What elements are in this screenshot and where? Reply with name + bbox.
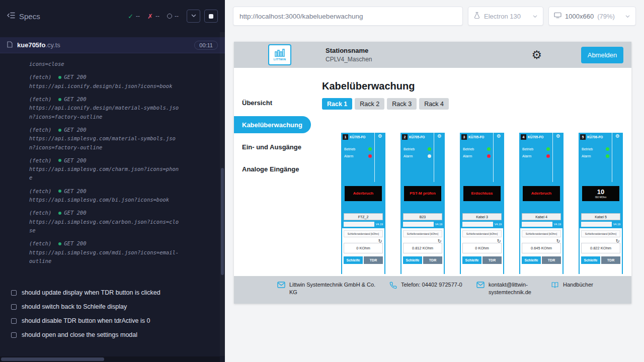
viewport-zoom: (79%): [597, 13, 615, 20]
reporter-controls: [187, 10, 218, 23]
log-entry[interactable]: (fetch)GET 200 https://api.simplesvg.com…: [29, 209, 181, 235]
schleife-button[interactable]: Schleife: [403, 256, 422, 264]
card-gear-icon[interactable]: ⚙: [556, 134, 560, 182]
book-icon: [551, 282, 559, 289]
check-icon: ✓: [128, 13, 133, 20]
request-url: https://api.simplesvg.com/charm.json?ico…: [29, 165, 181, 183]
cypress-reporter: Specs ✓-- ✗-- -- kue705fo.cy.ts 00:11 ic…: [0, 0, 225, 362]
resistance-label: Schleifenwiderstand [kOhm]: [344, 230, 383, 237]
card-gear-icon[interactable]: ⚙: [378, 134, 382, 182]
main-content: Kabelüberwachung Rack 1 Rack 2 Rack 3 Ra…: [311, 68, 631, 276]
stop-button[interactable]: [204, 10, 218, 23]
status-display: Aderbruch: [345, 186, 382, 201]
url-bar[interactable]: http://localhost:3000/kabelueberwachung: [233, 7, 463, 26]
test-state-icon: [11, 332, 17, 338]
betrieb-led: [368, 147, 372, 151]
collapse-button[interactable]: [187, 10, 200, 23]
schleife-button[interactable]: Schleife: [344, 256, 363, 264]
alarm-label: Alarm: [582, 154, 591, 158]
resistance-value: 0 KOhm: [344, 243, 383, 253]
spec-file-icon: [7, 41, 13, 50]
resistance-label: Schleifenwiderstand [kOhm]: [522, 230, 561, 237]
footer-phone[interactable]: Telefon: 04402 972577-0: [389, 281, 464, 289]
specs-label: Specs: [19, 12, 40, 21]
betrieb-led: [487, 147, 491, 151]
specs-panel-toggle[interactable]: Specs: [7, 12, 40, 21]
firmware-version: V4.19: [613, 223, 620, 226]
stat-pending: --: [167, 13, 179, 20]
refresh-icon[interactable]: ↻: [438, 239, 442, 244]
log-entry[interactable]: (fetch)GET 200 https://api.simplesvg.com…: [29, 187, 181, 205]
betrieb-led: [546, 147, 550, 151]
refresh-icon[interactable]: ↻: [556, 239, 560, 244]
betrieb-label: Betrieb: [463, 147, 474, 151]
tdr-button[interactable]: TDR: [364, 256, 383, 264]
tab-rack-2[interactable]: Rack 2: [355, 98, 384, 110]
alarm-led: [606, 154, 609, 158]
firmware-version: V4.19: [554, 223, 561, 226]
resistance-value: 0 KOhm: [462, 243, 502, 253]
tab-rack-3[interactable]: Rack 3: [387, 98, 417, 110]
resistance-label: Schleifenwiderstand [kOhm]: [462, 230, 502, 237]
test-item[interactable]: should disable TDR button when tdrActive…: [11, 314, 218, 328]
refresh-icon[interactable]: ↻: [497, 239, 501, 244]
horizontal-scrollbar-thumb[interactable]: [1, 357, 104, 361]
stat-failed: ✗--: [147, 13, 159, 20]
log-entry[interactable]: (fetch)GET 200 https://api.simplesvg.com…: [29, 126, 181, 152]
test-item[interactable]: should switch back to Schleife display: [11, 300, 218, 314]
footer-email[interactable]: kontakt@littwin-systemtechnik.de: [476, 281, 539, 296]
betrieb-label: Betrieb: [522, 147, 533, 151]
browser-name: Electron 130: [484, 13, 521, 20]
spec-file-bar[interactable]: kue705fo.cy.ts 00:11: [0, 37, 225, 53]
browser-select[interactable]: Electron 130: [468, 7, 543, 26]
tdr-button[interactable]: TDR: [601, 256, 620, 264]
logout-button[interactable]: Abmelden: [581, 47, 623, 63]
sidebar-item-kabelueberwachung[interactable]: Kabelüberwachung: [234, 116, 311, 133]
betrieb-led: [606, 147, 609, 151]
refresh-icon[interactable]: ↻: [616, 239, 620, 244]
betrieb-label: Betrieb: [582, 147, 593, 151]
card-gear-icon[interactable]: ⚙: [497, 134, 501, 182]
version-field: [522, 222, 552, 227]
vertical-scrollbar-thumb[interactable]: [221, 168, 224, 275]
tab-rack-4[interactable]: Rack 4: [419, 98, 449, 110]
status-dot-icon: [58, 76, 61, 79]
footer-manuals[interactable]: Handbücher: [551, 281, 593, 289]
sidebar-item-ein-und-ausgaenge[interactable]: Ein- und Ausgänge: [234, 138, 311, 155]
test-state-icon: [11, 290, 17, 296]
card-gear-icon[interactable]: ⚙: [615, 134, 620, 182]
stat-passed: ✓--: [128, 13, 140, 20]
chevron-down-icon: [191, 13, 197, 20]
request-url: https://api.simplesvg.com/bi.json?icons=…: [29, 196, 181, 204]
aut-panel: http://localhost:3000/kabelueberwachung …: [225, 0, 644, 362]
card-gear-icon[interactable]: ⚙: [437, 134, 442, 182]
slot-number: 1: [343, 134, 348, 140]
tdr-button[interactable]: TDR: [423, 256, 442, 264]
refresh-icon[interactable]: ↻: [378, 239, 382, 244]
test-item[interactable]: should open and close the settings modal: [11, 328, 218, 342]
schleife-button[interactable]: Schleife: [462, 256, 481, 264]
schleife-button[interactable]: Schleife: [522, 256, 541, 264]
footer-company: Littwin Systemtechnik GmbH & Co. KG: [277, 281, 377, 296]
viewport-select[interactable]: 1000x660 (79%): [548, 7, 636, 26]
tdr-button[interactable]: TDR: [482, 256, 502, 264]
sidebar-item-uebersicht[interactable]: Übersicht: [234, 94, 311, 111]
settings-gear-icon[interactable]: ⚙: [531, 49, 542, 61]
log-entry[interactable]: (fetch)GET 200 https://api.iconify.desig…: [29, 95, 181, 121]
status-dot-icon: [58, 129, 61, 132]
sidebar-item-analoge-eingaenge[interactable]: Analoge Eingänge: [234, 160, 311, 177]
device-model: KÜ705-FO: [528, 135, 543, 139]
schleife-button[interactable]: Schleife: [581, 256, 600, 264]
log-entry[interactable]: (fetch)GET 200 https://api.simplesvg.com…: [29, 239, 181, 265]
log-entry[interactable]: (fetch)GET 200 https://api.simplesvg.com…: [29, 156, 181, 183]
log-partial-line: icons=close: [29, 60, 181, 68]
cable-name: B23: [403, 213, 442, 220]
resistance-value: 0.812 KOhm: [403, 243, 442, 253]
tdr-button[interactable]: TDR: [542, 256, 561, 264]
tab-rack-1[interactable]: Rack 1: [322, 98, 352, 110]
log-entry[interactable]: (fetch)GET 200 https://api.iconify.desig…: [29, 73, 181, 90]
device-model: KÜ705-FO: [409, 135, 425, 139]
resistance-value: 0.822 KOhm: [581, 243, 620, 253]
status-display: Erdschluss: [463, 186, 501, 201]
test-item[interactable]: should update display when TDR button is…: [11, 286, 218, 300]
